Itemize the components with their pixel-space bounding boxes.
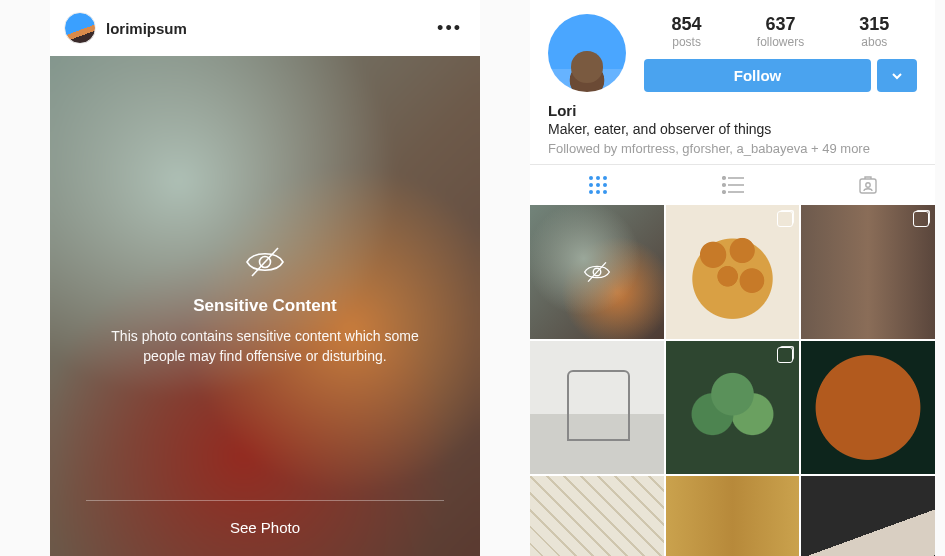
svg-line-20 (588, 262, 606, 281)
grid-icon (588, 175, 608, 195)
svg-point-18 (865, 183, 869, 187)
stats-row: 854 posts 637 followers 315 abos (644, 14, 917, 49)
post-view: lorimipsum ••• Sensitive Content This ph… (50, 0, 480, 556)
sensitive-message: This photo contains sensitive content wh… (95, 326, 435, 367)
post-header: lorimipsum ••• (50, 0, 480, 56)
stat-posts[interactable]: 854 posts (672, 14, 702, 49)
stat-posts-count: 854 (672, 14, 702, 35)
multi-post-icon (913, 211, 929, 227)
post-media-blurred: Sensitive Content This photo contains se… (50, 56, 480, 556)
svg-point-5 (589, 183, 593, 187)
stat-following-count: 315 (859, 14, 889, 35)
stat-following-label: abos (859, 35, 889, 49)
tab-tagged[interactable] (800, 165, 935, 205)
multi-post-icon (777, 347, 793, 363)
list-icon (722, 176, 744, 194)
caret-down-icon (891, 70, 903, 82)
eye-slash-icon (582, 261, 612, 283)
grid-item[interactable] (530, 341, 664, 475)
post-grid (530, 205, 935, 556)
stat-posts-label: posts (672, 35, 702, 49)
svg-point-15 (722, 191, 725, 194)
svg-point-11 (722, 177, 725, 180)
svg-point-6 (596, 183, 600, 187)
svg-point-13 (722, 184, 725, 187)
svg-point-3 (596, 176, 600, 180)
grid-item[interactable] (666, 205, 800, 339)
see-photo-button[interactable]: See Photo (86, 515, 444, 540)
profile-avatar[interactable] (548, 14, 626, 92)
stat-followers[interactable]: 637 followers (757, 14, 804, 49)
tab-list[interactable] (665, 165, 800, 205)
followed-by-text: Followed by mfortress, gforsher, a_babay… (548, 141, 917, 156)
avatar[interactable] (64, 12, 96, 44)
grid-item[interactable] (801, 476, 935, 556)
svg-point-9 (596, 190, 600, 194)
svg-point-8 (589, 190, 593, 194)
svg-point-10 (603, 190, 607, 194)
divider (86, 500, 444, 501)
grid-item-sensitive[interactable] (530, 205, 664, 339)
stat-followers-count: 637 (757, 14, 804, 35)
svg-rect-17 (860, 179, 876, 193)
multi-post-icon (777, 211, 793, 227)
profile-display-name: Lori (548, 102, 917, 119)
grid-item[interactable] (801, 341, 935, 475)
follow-button[interactable]: Follow (644, 59, 871, 92)
grid-item[interactable] (801, 205, 935, 339)
svg-point-2 (589, 176, 593, 180)
grid-item[interactable] (666, 341, 800, 475)
profile-view: 854 posts 637 followers 315 abos Follow (530, 0, 935, 556)
follow-options-button[interactable] (877, 59, 917, 92)
stat-following[interactable]: 315 abos (859, 14, 889, 49)
svg-point-4 (603, 176, 607, 180)
svg-point-7 (603, 183, 607, 187)
post-username[interactable]: lorimipsum (106, 20, 433, 37)
more-options-icon[interactable]: ••• (433, 18, 466, 39)
sensitive-heading: Sensitive Content (193, 296, 337, 316)
svg-line-1 (252, 248, 278, 276)
profile-bio: Maker, eater, and observer of things (548, 121, 917, 137)
profile-tabs (530, 164, 935, 205)
tab-grid[interactable] (530, 165, 665, 205)
stat-followers-label: followers (757, 35, 804, 49)
grid-item[interactable] (530, 476, 664, 556)
tagged-icon (858, 175, 878, 195)
grid-item[interactable] (666, 476, 800, 556)
eye-slash-icon (244, 246, 286, 278)
